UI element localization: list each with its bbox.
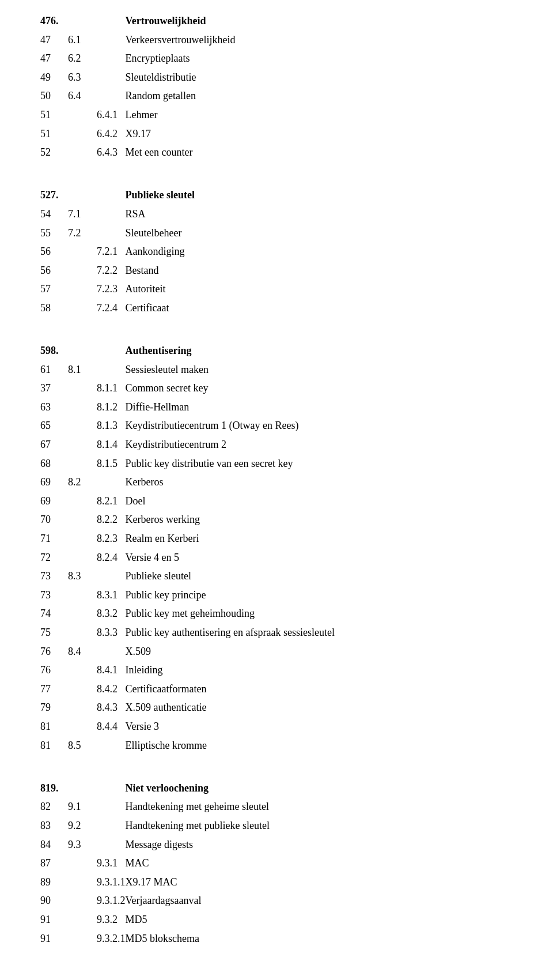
page-number: 87 — [23, 854, 51, 873]
section-number: 9.3.1.2 — [51, 891, 126, 910]
toc-row: 56 7.2.1 Aankondiging — [23, 242, 530, 261]
page-number: 89 — [23, 873, 51, 892]
page-number: 73 — [23, 567, 51, 586]
section-title: Versie 3 — [126, 717, 531, 736]
section-number: 9.3.2.1 — [51, 929, 126, 948]
section-title: Bestand — [126, 261, 531, 280]
page-number: 81 — [23, 717, 51, 736]
section-title: Inleiding — [126, 661, 531, 680]
toc-row: 52 6.4.3 Met een counter — [23, 143, 530, 162]
section-number: 8.1.1 — [51, 379, 126, 398]
toc-row: 52 7. Publieke sleutel — [23, 186, 530, 205]
toc-row: 69 8.2.1 Doel — [23, 492, 530, 511]
toc-row: 89 9.3.1.1 X9.17 MAC — [23, 873, 530, 892]
page-number: 67 — [23, 435, 51, 454]
section-number: 8.4.4 — [51, 717, 126, 736]
section-number: 7.2.3 — [51, 280, 126, 299]
page-number: 50 — [23, 86, 51, 105]
section-title: Authentisering — [126, 341, 531, 360]
page-number: 51 — [23, 125, 51, 144]
page-number: 56 — [23, 242, 51, 261]
section-number: 8.1.3 — [51, 416, 126, 435]
page-number: 83 — [23, 816, 51, 835]
page-number: 69 — [23, 492, 51, 511]
toc-row: 59 8. Authentisering — [23, 341, 530, 360]
toc-row: 69 8.2 Kerberos — [23, 473, 530, 492]
toc-row: 77 8.4.2 Certificaatformaten — [23, 680, 530, 699]
section-number: 8.4 — [51, 642, 126, 661]
page-number: 82 — [23, 797, 51, 816]
section-number: 7.2.4 — [51, 299, 126, 318]
page-number: 77 — [23, 680, 51, 699]
toc-row: 73 8.3.1 Public key principe — [23, 586, 530, 605]
page-number: 57 — [23, 280, 51, 299]
section-title: Publieke sleutel — [126, 567, 531, 586]
toc-row: 82 9.1 Handtekening met geheime sleutel — [23, 797, 530, 816]
section-number: 8.1 — [51, 360, 126, 379]
section-title: Versie 4 en 5 — [126, 548, 531, 567]
toc-row: 76 8.4 X.509 — [23, 642, 530, 661]
section-title: Met een counter — [126, 143, 531, 162]
section-title: Realm en Kerberi — [126, 529, 531, 548]
page-number: 69 — [23, 473, 51, 492]
section-title: Public key authentisering en afspraak se… — [126, 623, 531, 642]
section-title: X.509 — [126, 642, 531, 661]
section-title: Keydistributiecentrum 1 (Otway en Rees) — [126, 416, 531, 435]
toc-row: 84 9.3 Message digests — [23, 835, 530, 854]
toc-row: 55 7.2 Sleutelbeheer — [23, 224, 530, 243]
spacer — [23, 755, 530, 779]
section-number: 9.3 — [51, 835, 126, 854]
page-number: 84 — [23, 835, 51, 854]
section-number: 6.4 — [51, 86, 126, 105]
section-title: Keydistributiecentrum 2 — [126, 435, 531, 454]
section-title: Random getallen — [126, 86, 531, 105]
section-number: 8.2 — [51, 473, 126, 492]
section-number: 9.3.1.1 — [51, 873, 126, 892]
section-title: Handtekening met publieke sleutel — [126, 816, 531, 835]
section-title: MAC — [126, 854, 531, 873]
section-title: Aankondiging — [126, 242, 531, 261]
page-number: 54 — [23, 205, 51, 224]
page-number: 81 — [23, 779, 51, 798]
section-title: Public key met geheimhouding — [126, 604, 531, 623]
page-number: 73 — [23, 586, 51, 605]
section-number: 6.1 — [51, 31, 126, 50]
section-number: 9. — [51, 779, 126, 798]
page-number: 91 — [23, 910, 51, 929]
section-title: Handtekening met geheime sleutel — [126, 797, 531, 816]
page-number: 47 — [23, 12, 51, 31]
section-number: 8.3.3 — [51, 623, 126, 642]
section-number: 9.3.2 — [51, 910, 126, 929]
section-number: 7.2 — [51, 224, 126, 243]
section-title: Verjaardagsaanval — [126, 891, 531, 910]
section-title: MD5 — [126, 910, 531, 929]
section-number: 9.3.1 — [51, 854, 126, 873]
section-number: 8.2.3 — [51, 529, 126, 548]
section-title: Vertrouwelijkheid — [126, 12, 531, 31]
section-number: 8. — [51, 341, 126, 360]
section-number: 6.3 — [51, 68, 126, 87]
page-number: 91 — [23, 929, 51, 948]
toc-row: 76 8.4.1 Inleiding — [23, 661, 530, 680]
toc-row: 56 7.2.2 Bestand — [23, 261, 530, 280]
page-number: 75 — [23, 623, 51, 642]
section-number: 7.2.2 — [51, 261, 126, 280]
section-number: 8.2.4 — [51, 548, 126, 567]
section-title: Public key principe — [126, 586, 531, 605]
toc-row: 37 8.1.1 Common secret key — [23, 379, 530, 398]
page-number: 56 — [23, 261, 51, 280]
page-number: 49 — [23, 68, 51, 87]
section-title: Certificaat — [126, 299, 531, 318]
section-title: X9.17 — [126, 125, 531, 144]
section-number: 9.2 — [51, 816, 126, 835]
section-title: Sleutelbeheer — [126, 224, 531, 243]
page-number: 58 — [23, 299, 51, 318]
section-title: X.509 authenticatie — [126, 698, 531, 717]
section-number: 6. — [51, 12, 126, 31]
section-number: 8.2.1 — [51, 492, 126, 511]
toc-row: 91 9.3.2 MD5 — [23, 910, 530, 929]
section-title: Certificaatformaten — [126, 680, 531, 699]
toc-row: 54 7.1 RSA — [23, 205, 530, 224]
toc-row: 67 8.1.4 Keydistributiecentrum 2 — [23, 435, 530, 454]
section-title: Sleuteldistributie — [126, 68, 531, 87]
